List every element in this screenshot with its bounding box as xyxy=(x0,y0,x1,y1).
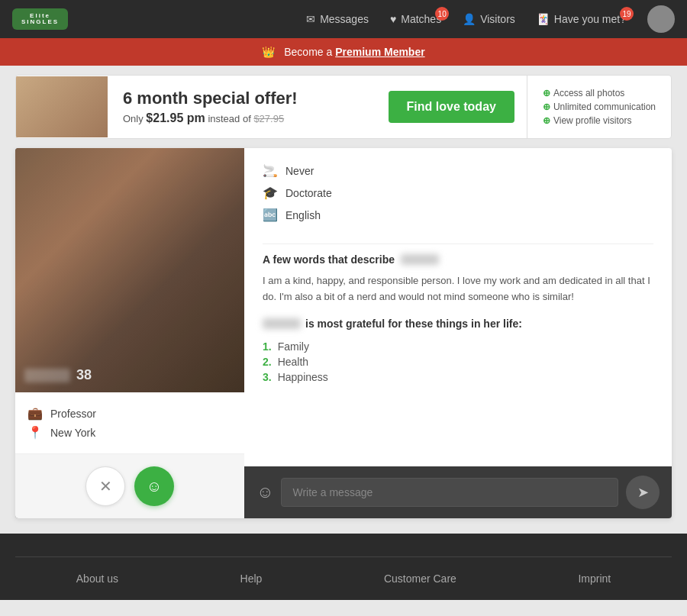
footer-customer-care[interactable]: Customer Care xyxy=(384,572,456,585)
profile-name-age: 38 xyxy=(24,367,92,383)
nav-matches[interactable]: ♥ Matches 10 xyxy=(390,13,441,25)
bio-text: I am a kind, happy, and responsible pers… xyxy=(263,273,653,305)
briefcase-icon: 💼 xyxy=(27,406,43,421)
haveyoumet-badge: 19 xyxy=(620,7,634,21)
premium-link[interactable]: Premium Member xyxy=(335,46,424,58)
footer-imprint[interactable]: Imprint xyxy=(578,572,611,585)
describe-label: A few words that describe xyxy=(263,253,395,266)
profile-name-blur xyxy=(24,369,70,382)
name-blur-grateful xyxy=(263,318,301,329)
job-label: Professor xyxy=(50,408,96,420)
profile-age: 38 xyxy=(76,367,92,383)
attribute-education: 🎓 Doctorate xyxy=(263,185,653,200)
ad-cta-button[interactable]: Find love today xyxy=(389,91,514,123)
ad-price: $21.95 pm xyxy=(146,111,205,124)
ad-feature-1: ⊕Access all photos xyxy=(543,88,656,98)
location-label: New York xyxy=(50,427,95,439)
location-icon: 📍 xyxy=(27,425,43,440)
ad-subtitle-post: instead of xyxy=(208,113,250,124)
ad-banner: 6 month special offer! Only $21.95 pm in… xyxy=(15,75,672,139)
person-icon: 👤 xyxy=(463,13,476,25)
message-input[interactable] xyxy=(281,478,618,507)
user-avatar[interactable] xyxy=(647,5,675,33)
footer-about[interactable]: About us xyxy=(76,572,118,585)
cards-icon: 🃏 xyxy=(537,13,550,25)
grateful-item-2: Health xyxy=(278,356,308,368)
footer-help[interactable]: Help xyxy=(240,572,263,585)
send-button[interactable]: ➤ xyxy=(626,476,660,509)
grateful-title: is most grateful for these things in her… xyxy=(263,318,653,330)
logo-sub: SINGLES xyxy=(21,19,59,25)
profile-left: 38 💼 Professor 📍 New York ✕ ☺ xyxy=(15,148,244,518)
graduation-icon: 🎓 xyxy=(263,185,278,200)
footer-divider xyxy=(15,556,672,557)
ad-feature-2: ⊕Unlimited communication xyxy=(543,102,656,112)
ad-title: 6 month special offer! xyxy=(123,89,361,108)
navigation: ✉ Messages ♥ Matches 10 👤 Visitors 🃏 Hav… xyxy=(306,5,675,33)
language-icon: 🔤 xyxy=(263,208,278,222)
list-item: 3. Happiness xyxy=(263,371,653,383)
name-blur-bio xyxy=(401,254,439,265)
grateful-label: is most grateful for these things in her… xyxy=(305,318,522,330)
list-item: 2. Health xyxy=(263,356,653,368)
footer-links: About us Help Customer Care Imprint xyxy=(15,572,672,585)
heart-icon: ♥ xyxy=(390,13,396,25)
grateful-list: 1. Family 2. Health 3. Happiness xyxy=(263,337,653,386)
list-item: 1. Family xyxy=(263,340,653,353)
like-button[interactable]: ☺ xyxy=(134,466,174,506)
ad-subtitle: Only $21.95 pm instead of $27.95 xyxy=(123,111,361,125)
nav-visitors[interactable]: 👤 Visitors xyxy=(463,13,515,25)
ad-subtitle-pre: Only xyxy=(123,113,144,124)
divider-1 xyxy=(263,243,653,244)
envelope-icon: ✉ xyxy=(306,13,315,25)
main-content: 38 💼 Professor 📍 New York ✕ ☺ 🚬 Never xyxy=(15,148,672,518)
ad-features: ⊕Access all photos ⊕Unlimited communicat… xyxy=(527,76,671,138)
smoking-icon: 🚬 xyxy=(263,163,278,178)
education-value: Doctorate xyxy=(285,187,332,199)
matches-badge: 10 xyxy=(435,7,449,21)
message-area: ☺ ➤ xyxy=(244,466,672,518)
smoking-value: Never xyxy=(285,165,314,177)
profile-info: 💼 Professor 📍 New York xyxy=(15,392,244,453)
footer: About us Help Customer Care Imprint xyxy=(0,534,687,600)
attribute-language: 🔤 English xyxy=(263,208,653,222)
profile-job: 💼 Professor xyxy=(27,406,232,421)
ad-feature-3: ⊕View profile visitors xyxy=(543,115,656,126)
crown-icon: 👑 xyxy=(262,46,275,58)
emoji-button[interactable]: ☺ xyxy=(256,482,273,502)
dislike-button[interactable]: ✕ xyxy=(85,466,125,506)
grateful-item-3: Happiness xyxy=(278,371,328,383)
action-buttons: ✕ ☺ xyxy=(15,453,244,518)
premium-banner[interactable]: 👑 Become a Premium Member xyxy=(0,38,687,66)
profile-attributes: 🚬 Never 🎓 Doctorate 🔤 English xyxy=(263,163,653,222)
ad-text: 6 month special offer! Only $21.95 pm in… xyxy=(108,79,376,134)
attribute-smoking: 🚬 Never xyxy=(263,163,653,178)
grateful-item-1: Family xyxy=(278,340,309,353)
profile-location: 📍 New York xyxy=(27,425,232,440)
header: Elite SINGLES ✉ Messages ♥ Matches 10 👤 … xyxy=(0,0,687,38)
logo[interactable]: Elite SINGLES xyxy=(12,8,68,30)
profile-right: 🚬 Never 🎓 Doctorate 🔤 English A few word… xyxy=(244,148,672,518)
profile-photo: 38 xyxy=(15,148,244,392)
bio-section-title: A few words that describe xyxy=(263,253,653,266)
nav-messages[interactable]: ✉ Messages xyxy=(306,13,369,25)
ad-photo xyxy=(16,76,108,137)
nav-haveyoumet[interactable]: 🃏 Have you met? 19 xyxy=(537,13,626,25)
language-value: English xyxy=(285,209,321,221)
ad-old-price: $27.95 xyxy=(253,113,284,124)
